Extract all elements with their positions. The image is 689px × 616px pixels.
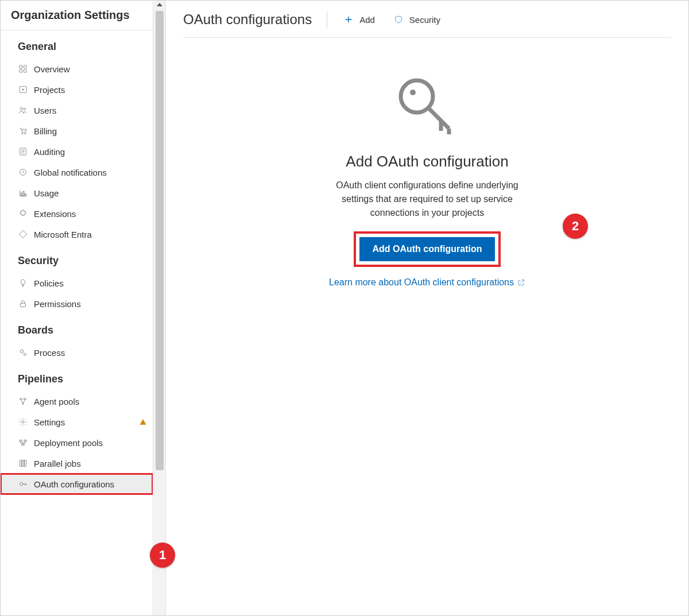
svg-rect-25 [22,460,24,467]
svg-point-20 [22,421,24,423]
sidebar-item-label: Microsoft Entra [34,230,147,239]
sidebar-item-process[interactable]: Process [1,342,153,363]
sidebar-item-label: Policies [34,278,147,288]
puzzle-icon [18,208,28,219]
svg-rect-3 [24,69,26,72]
sidebar-item-auditing[interactable]: Auditing [1,141,153,162]
sidebar-item-billing[interactable]: Billing [1,121,153,141]
sidebar-item-label: Overview [34,64,147,74]
empty-state-heading: Add OAuth configuration [346,153,508,171]
sidebar-item-permissions[interactable]: Permissions [1,293,153,314]
empty-state: Add OAuth configuration OAuth client con… [183,38,671,615]
svg-rect-0 [20,65,22,68]
sidebar-item-label: Usage [34,188,147,198]
gear-icon [18,417,28,427]
sidebar-item-settings[interactable]: Settings [1,412,153,432]
group-header-security: Security [1,245,153,273]
svg-rect-13 [25,193,26,196]
svg-point-7 [22,133,23,134]
callout-highlight-2: Add OAuth configuration [356,234,498,265]
external-link-icon [517,278,525,286]
sidebar-item-users[interactable]: Users [1,100,153,121]
box-plus-icon [18,84,28,95]
svg-rect-12 [23,191,24,196]
sidebar-item-label: Permissions [34,299,147,309]
sidebar-item-oauth-configurations[interactable]: OAuth configurations [1,474,153,494]
group-header-boards: Boards [1,314,153,342]
plus-icon [343,14,354,25]
svg-point-17 [20,398,22,400]
learn-more-link[interactable]: Learn more about OAuth client configurat… [329,277,525,288]
sidebar-item-label: Parallel jobs [34,459,147,468]
nodes-icon [18,396,28,406]
svg-point-8 [25,133,26,134]
add-button[interactable]: Add [338,11,381,28]
svg-rect-14 [20,303,25,307]
learn-more-label: Learn more about OAuth client configurat… [329,277,514,288]
sidebar-item-projects[interactable]: Projects [1,79,153,100]
sidebar-item-label: Projects [34,85,147,95]
add-oauth-configuration-button[interactable]: Add OAuth configuration [359,237,494,261]
scroll-up-arrow-icon[interactable] [157,3,162,6]
svg-point-5 [20,107,22,110]
grid-icon [18,64,28,74]
empty-state-description: OAuth client configurations define under… [335,179,519,220]
sidebar-item-policies[interactable]: Policies [1,273,153,293]
callout-marker-2: 2 [563,214,588,239]
svg-point-29 [410,90,416,95]
svg-rect-24 [20,460,22,467]
main-content: OAuth configurations Add Security Add OA… [166,1,688,615]
svg-rect-21 [20,440,22,441]
cart-icon [18,126,28,136]
svg-rect-11 [21,193,22,196]
sidebar-item-global-notifications[interactable]: Global notifications [1,162,153,183]
sidebar-item-deployment-pools[interactable]: Deployment pools [1,432,153,453]
key-icon [18,479,28,489]
svg-rect-23 [22,444,24,445]
svg-point-19 [22,403,24,405]
sidebar-item-agent-pools[interactable]: Agent pools [1,391,153,412]
scroll-thumb[interactable] [156,11,164,470]
chart-icon [18,188,28,198]
svg-rect-22 [24,440,26,441]
gears-icon [18,347,28,358]
sidebar-item-label: Extensions [34,209,147,219]
svg-rect-2 [20,69,22,72]
sidebar-item-extensions[interactable]: Extensions [1,203,153,224]
svg-point-6 [24,108,25,110]
security-button[interactable]: Security [388,11,446,28]
list-icon [18,146,28,157]
warning-icon [139,418,147,426]
key-illustration-icon [393,72,462,141]
lock-icon [18,299,28,309]
sidebar-item-label: Process [34,348,147,358]
sidebar-item-label: Users [34,106,147,115]
people-icon [18,105,28,115]
diamond-icon [18,229,28,239]
scrollbar[interactable] [153,1,165,615]
svg-rect-1 [24,65,26,68]
sidebar-item-label: Global notifications [34,168,147,177]
sidebar-item-parallel-jobs[interactable]: Parallel jobs [1,453,153,474]
sidebar-item-label: Settings [34,417,138,427]
sidebar-item-label: Agent pools [34,397,147,406]
sidebar-item-usage[interactable]: Usage [1,183,153,203]
deploy-icon [18,437,28,448]
page-title: OAuth configurations [183,11,327,28]
svg-point-16 [24,353,26,355]
sidebar-item-label: Deployment pools [34,438,147,448]
add-button-label: Add [359,15,375,25]
svg-rect-26 [25,460,26,467]
sidebar-item-label: Billing [34,126,147,136]
svg-point-27 [20,482,23,485]
group-header-pipelines: Pipelines [1,363,153,391]
sidebar-item-overview[interactable]: Overview [1,59,153,79]
sidebar: Organization Settings General Overview P… [1,1,166,615]
sidebar-item-label: Auditing [34,147,147,157]
parallel-icon [18,458,28,468]
bulb-icon [18,278,28,288]
security-button-label: Security [409,15,440,25]
shield-icon [393,14,404,25]
sidebar-item-microsoft-entra[interactable]: Microsoft Entra [1,224,153,245]
clock-icon [18,167,28,177]
